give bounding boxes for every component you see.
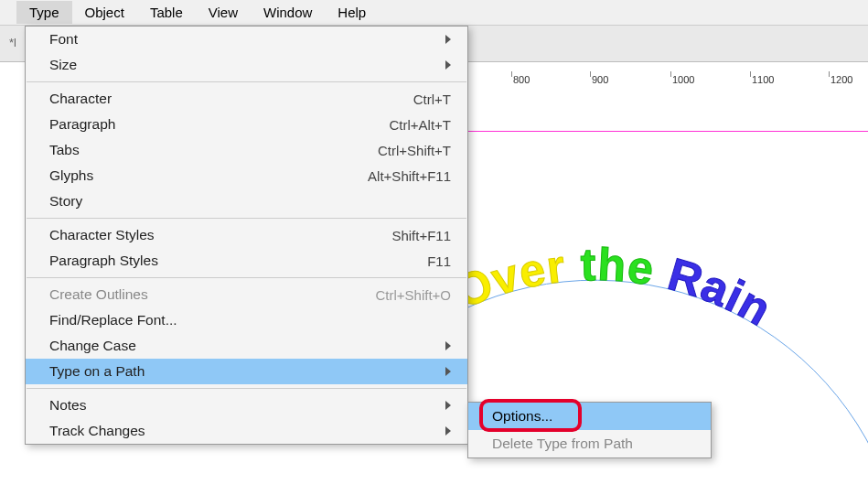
menu-view[interactable]: View bbox=[196, 1, 251, 24]
chevron-right-icon bbox=[445, 367, 451, 376]
menu-item-paragraph[interactable]: ParagraphCtrl+Alt+T bbox=[26, 112, 467, 137]
menu-item-find-replace-font[interactable]: Find/Replace Font... bbox=[26, 307, 467, 333]
menu-table[interactable]: Table bbox=[137, 1, 196, 24]
menu-item-create-outlines: Create OutlinesCtrl+Shift+O bbox=[26, 282, 467, 307]
submenu-item-options[interactable]: Options... bbox=[468, 403, 711, 430]
menu-item-character-styles[interactable]: Character StylesShift+F11 bbox=[26, 222, 467, 248]
menu-item-change-case[interactable]: Change Case bbox=[26, 333, 467, 359]
ruler-tick: 1000 bbox=[672, 74, 694, 85]
menu-item-paragraph-styles[interactable]: Paragraph StylesF11 bbox=[26, 248, 467, 274]
menu-separator bbox=[27, 388, 466, 389]
menu-item-track-changes[interactable]: Track Changes bbox=[26, 418, 467, 444]
type-menu-dropdown: Font Size CharacterCtrl+T ParagraphCtrl+… bbox=[25, 26, 468, 445]
ruler-tick: 800 bbox=[513, 74, 530, 85]
chevron-right-icon bbox=[445, 341, 451, 350]
menu-item-tabs[interactable]: TabsCtrl+Shift+T bbox=[26, 137, 467, 163]
type-on-a-path-submenu: Options... Delete Type from Path bbox=[467, 402, 712, 458]
menu-item-story[interactable]: Story bbox=[26, 188, 467, 214]
menu-item-font[interactable]: Font bbox=[26, 27, 467, 52]
menu-help[interactable]: Help bbox=[325, 1, 379, 24]
menu-item-notes[interactable]: Notes bbox=[26, 393, 467, 418]
menu-separator bbox=[27, 218, 466, 219]
menu-window[interactable]: Window bbox=[251, 1, 325, 24]
chevron-right-icon bbox=[445, 60, 451, 70]
menubar: Type Object Table View Window Help bbox=[0, 0, 868, 26]
document-tab-label[interactable]: *l bbox=[9, 36, 16, 49]
submenu-item-delete-type-from-path: Delete Type from Path bbox=[468, 430, 711, 457]
ruler-tick: 1200 bbox=[830, 74, 852, 85]
ruler-tick: 900 bbox=[592, 74, 608, 85]
chevron-right-icon bbox=[445, 426, 451, 436]
menu-item-glyphs[interactable]: GlyphsAlt+Shift+F11 bbox=[26, 163, 467, 188]
menu-type[interactable]: Type bbox=[16, 1, 72, 24]
menu-object[interactable]: Object bbox=[72, 1, 137, 24]
menu-item-character[interactable]: CharacterCtrl+T bbox=[26, 86, 467, 112]
menu-item-size[interactable]: Size bbox=[26, 52, 467, 78]
chevron-right-icon bbox=[445, 35, 451, 44]
menu-item-type-on-a-path[interactable]: Type on a Path bbox=[26, 359, 467, 384]
ruler-tick: 1100 bbox=[752, 74, 774, 85]
chevron-right-icon bbox=[445, 401, 451, 410]
guide-line bbox=[468, 131, 868, 132]
menu-separator bbox=[27, 277, 466, 278]
menu-separator bbox=[27, 81, 466, 82]
